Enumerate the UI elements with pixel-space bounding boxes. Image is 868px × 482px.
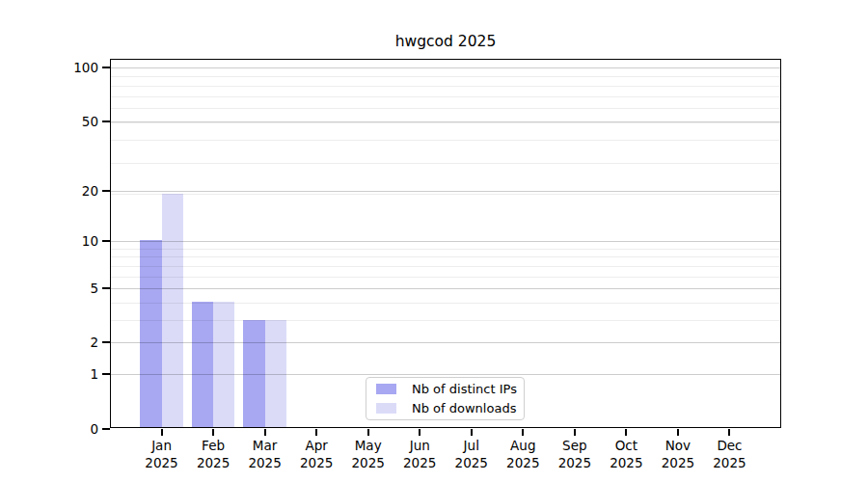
chart-canvas: hwgcod 2025 Nb of distinct IPsNb of down… xyxy=(0,0,868,482)
y-axis-tick xyxy=(102,120,110,122)
legend-swatch-distinct-ips xyxy=(376,384,396,394)
grid-major-line xyxy=(110,288,781,289)
y-axis-tick xyxy=(102,373,110,375)
y-axis-tick xyxy=(102,341,110,343)
grid-minor-line xyxy=(110,277,781,278)
y-axis-tick-label: 100 xyxy=(0,60,98,75)
grid-minor-line xyxy=(110,86,781,87)
x-axis-tick xyxy=(471,429,473,436)
y-axis-tick xyxy=(102,287,110,289)
x-axis-tick xyxy=(264,429,266,436)
grid-major-line xyxy=(110,241,781,242)
grid-major-line xyxy=(110,342,781,343)
y-axis-tick xyxy=(102,190,110,192)
bar-feb-downloads xyxy=(213,302,234,428)
y-axis-tick-label: 1 xyxy=(0,366,98,382)
grid-minor-line xyxy=(110,122,781,123)
grid-minor-line xyxy=(110,76,781,77)
y-axis-tick-label: 10 xyxy=(0,233,98,249)
bar-jan-distinct-ips xyxy=(140,240,161,428)
grid-minor-line xyxy=(110,266,781,267)
x-axis-tick xyxy=(367,429,369,436)
x-axis-tick xyxy=(212,429,214,436)
x-axis-tick xyxy=(315,429,317,436)
grid-minor-line xyxy=(110,256,781,257)
x-axis-tick xyxy=(677,429,679,436)
plot-area xyxy=(110,59,781,428)
y-axis-tick xyxy=(102,67,110,68)
grid-minor-line xyxy=(110,303,781,304)
x-axis-tick xyxy=(574,429,576,436)
grid-major-line xyxy=(110,191,781,192)
grid-minor-line xyxy=(110,320,781,321)
grid-major-line xyxy=(110,374,781,375)
legend-row: Nb of distinct IPs xyxy=(370,381,520,398)
grid-major-line xyxy=(110,67,781,68)
y-axis-tick-label: 5 xyxy=(0,281,98,296)
y-axis-tick xyxy=(102,240,110,242)
bar-jan-downloads xyxy=(162,194,183,428)
y-axis-tick-label: 20 xyxy=(0,183,98,199)
legend: Nb of distinct IPsNb of downloads xyxy=(366,377,525,420)
legend-label: Nb of distinct IPs xyxy=(412,382,517,396)
x-axis-tick-label: Dec 2025 xyxy=(691,437,768,471)
chart-title: hwgcod 2025 xyxy=(110,33,781,50)
y-axis-tick-label: 0 xyxy=(0,421,98,437)
grid-minor-line xyxy=(110,163,781,164)
y-axis-tick-label: 50 xyxy=(0,114,98,129)
y-axis-tick xyxy=(102,428,110,430)
grid-minor-line xyxy=(110,96,781,97)
x-axis-tick xyxy=(522,429,524,436)
bar-feb-distinct-ips xyxy=(192,302,213,428)
legend-label: Nb of downloads xyxy=(412,401,516,415)
legend-swatch-downloads xyxy=(376,403,396,414)
grid-minor-line xyxy=(110,194,781,195)
grid-minor-line xyxy=(110,140,781,141)
grid-minor-line xyxy=(110,108,781,109)
x-axis-tick xyxy=(161,429,163,436)
legend-row: Nb of downloads xyxy=(370,400,520,417)
x-axis-tick xyxy=(625,429,627,436)
y-axis-tick-label: 2 xyxy=(0,335,98,350)
x-axis-tick xyxy=(728,429,730,436)
grid-minor-line xyxy=(110,249,781,250)
x-axis-tick xyxy=(419,429,420,436)
